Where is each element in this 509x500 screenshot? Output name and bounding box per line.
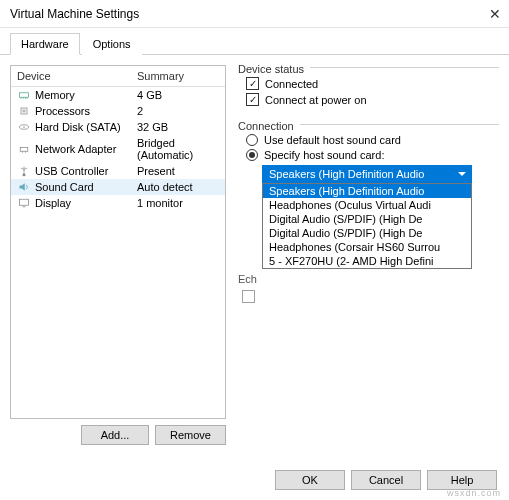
device-status-group: Device status ✓ Connected ✓ Connect at p… [238,67,499,106]
svg-rect-6 [23,110,26,113]
radio-icon [246,134,258,146]
connected-checkbox[interactable]: ✓ Connected [246,77,499,90]
device-row-sound[interactable]: Sound CardAuto detect [11,179,225,195]
svg-point-8 [23,126,25,128]
memory-icon [17,89,31,101]
specify-host-radio[interactable]: Specify host sound card: [246,149,499,161]
echo-checkbox[interactable] [242,290,255,303]
usb-icon [17,165,31,177]
dropdown-option[interactable]: Digital Audio (S/PDIF) (High De [263,226,471,240]
titlebar: Virtual Machine Settings ✕ [0,0,509,28]
svg-rect-0 [20,93,29,98]
net-icon [17,143,31,155]
svg-rect-9 [20,148,28,152]
device-status-label: Device status [238,63,310,75]
device-row-display[interactable]: Display1 monitor [11,195,225,211]
cpu-icon [17,105,31,117]
tab-strip: Hardware Options [0,28,509,55]
help-button[interactable]: Help [427,470,497,490]
check-icon: ✓ [246,77,259,90]
svg-line-15 [24,168,27,170]
dropdown-option[interactable]: Headphones (Oculus Virtual Audi [263,198,471,212]
device-row-memory[interactable]: Memory4 GB [11,87,225,103]
device-row-usb[interactable]: USB ControllerPresent [11,163,225,179]
dialog-footer: OK Cancel Help [275,470,497,490]
col-summary: Summary [131,66,225,86]
connect-at-power-on-checkbox[interactable]: ✓ Connect at power on [246,93,499,106]
dropdown-option[interactable]: Headphones (Corsair HS60 Surrou [263,240,471,254]
check-icon: ✓ [246,93,259,106]
add-button[interactable]: Add... [81,425,149,445]
svg-marker-16 [20,183,25,191]
svg-line-14 [21,168,24,170]
dropdown-selected[interactable]: Speakers (High Definition Audio [262,165,472,183]
device-list-header: Device Summary [11,66,225,87]
device-list[interactable]: Device Summary Memory4 GBProcessors2Hard… [10,65,226,419]
disk-icon [17,121,31,133]
ok-button[interactable]: OK [275,470,345,490]
dropdown-option[interactable]: Digital Audio (S/PDIF) (High De [263,212,471,226]
device-row-net[interactable]: Network AdapterBridged (Automatic) [11,135,225,163]
device-row-disk[interactable]: Hard Disk (SATA)32 GB [11,119,225,135]
cancel-button[interactable]: Cancel [351,470,421,490]
device-row-cpu[interactable]: Processors2 [11,103,225,119]
host-sound-card-dropdown[interactable]: Speakers (High Definition Audio Speakers… [262,165,472,183]
svg-point-12 [23,173,26,176]
remove-button[interactable]: Remove [155,425,226,445]
connection-group: Connection Use default host sound card S… [238,124,499,183]
use-default-host-radio[interactable]: Use default host sound card [246,134,499,146]
dropdown-list[interactable]: Speakers (High Definition AudioHeadphone… [262,183,472,269]
radio-icon [246,149,258,161]
connection-label: Connection [238,120,300,132]
dropdown-option[interactable]: Speakers (High Definition Audio [263,184,471,198]
sound-icon [17,181,31,193]
window-title: Virtual Machine Settings [10,7,139,21]
display-icon [17,197,31,209]
svg-rect-17 [20,199,29,205]
close-icon[interactable]: ✕ [461,6,501,22]
echo-group: Ech [238,273,499,303]
dropdown-option[interactable]: 5 - XF270HU (2- AMD High Defini [263,254,471,268]
tab-hardware[interactable]: Hardware [10,33,80,55]
col-device: Device [11,66,131,86]
tab-options[interactable]: Options [82,33,142,55]
echo-prefix: Ech [238,273,257,285]
